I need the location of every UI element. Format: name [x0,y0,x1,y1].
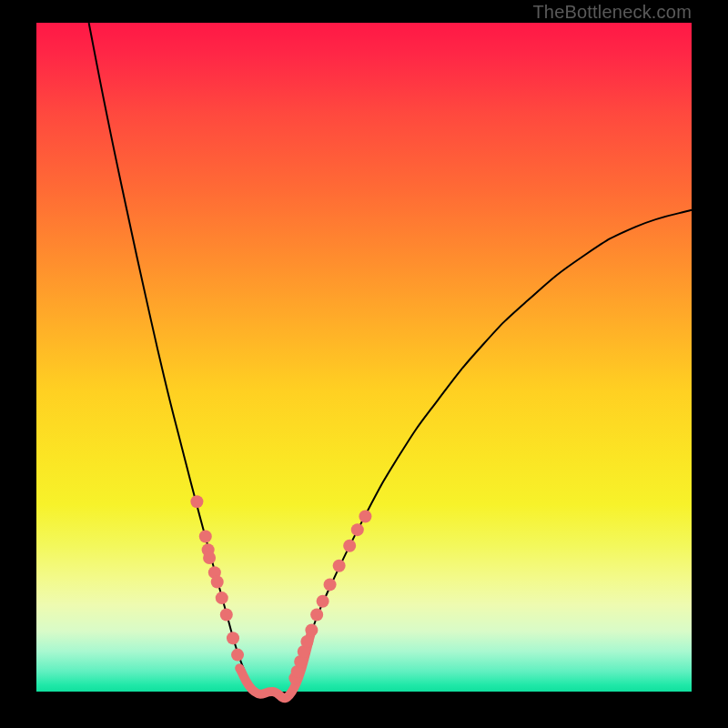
data-point [310,608,323,621]
data-point [324,578,337,591]
data-point [351,523,364,536]
data-point [199,530,212,542]
data-point [216,592,228,604]
data-point [317,595,329,608]
chart-overlay [36,23,692,692]
data-point [359,510,371,522]
data-point [305,623,318,636]
data-point [231,649,244,662]
data-point [220,608,233,621]
data-point [190,495,203,508]
data-point [203,551,216,564]
data-point [333,560,346,572]
chart-container: TheBottleneck.com [0,0,728,728]
data-point [227,632,239,644]
right-branch [292,210,692,692]
right-dot-cluster [288,510,371,684]
data-point [343,540,356,552]
left-dot-cluster [190,495,244,661]
watermark-label: TheBottleneck.com [532,2,692,23]
data-point [211,575,224,588]
left-branch [89,23,255,692]
data-point [300,635,313,648]
